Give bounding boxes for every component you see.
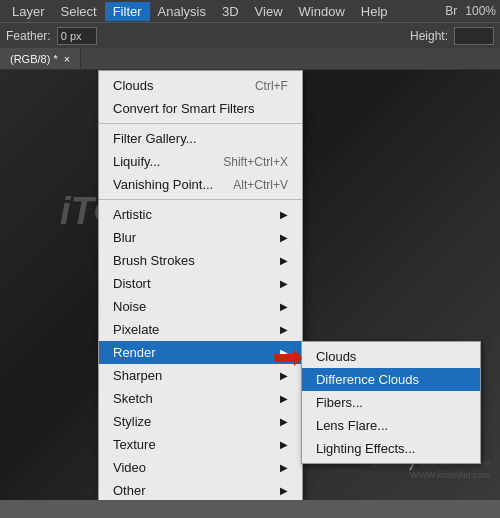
menu-item-blur[interactable]: Blur ▶ bbox=[99, 226, 302, 249]
menu-item-noise[interactable]: Noise ▶ bbox=[99, 295, 302, 318]
feather-label: Feather: bbox=[6, 29, 51, 43]
menu-item-convert-smart[interactable]: Convert for Smart Filters bbox=[99, 97, 302, 120]
menu-item-sketch[interactable]: Sketch ▶ bbox=[99, 387, 302, 410]
toolbar: Feather: Height: bbox=[0, 22, 500, 48]
dropdown-container: Clouds Ctrl+F Convert for Smart Filters … bbox=[98, 70, 303, 500]
feather-input[interactable] bbox=[57, 27, 97, 45]
br-badge: Br bbox=[445, 4, 457, 18]
tab-close-icon[interactable]: × bbox=[64, 53, 70, 65]
filter-dropdown: Clouds Ctrl+F Convert for Smart Filters … bbox=[98, 70, 303, 500]
menubar-item-filter[interactable]: Filter bbox=[105, 2, 150, 21]
menubar-item-analysis[interactable]: Analysis bbox=[150, 2, 214, 21]
menubar-item-select[interactable]: Select bbox=[53, 2, 105, 21]
menu-item-video[interactable]: Video ▶ bbox=[99, 456, 302, 479]
menu-item-distort[interactable]: Distort ▶ bbox=[99, 272, 302, 295]
menu-item-brush-strokes[interactable]: Brush Strokes ▶ bbox=[99, 249, 302, 272]
menu-item-stylize[interactable]: Stylize ▶ bbox=[99, 410, 302, 433]
tab-label: (RGB/8) * bbox=[10, 53, 58, 65]
menu-item-clouds[interactable]: Clouds Ctrl+F bbox=[99, 74, 302, 97]
menubar-item-view[interactable]: View bbox=[247, 2, 291, 21]
menu-item-pixelate[interactable]: Pixelate ▶ bbox=[99, 318, 302, 341]
canvas-area: iT¢.mc 图老师教程 www.tulaoshi.com WWW.missvu… bbox=[0, 70, 500, 500]
height-input[interactable] bbox=[454, 27, 494, 45]
submenu-item-fibers[interactable]: Fibers... bbox=[302, 391, 480, 414]
red-arrow-indicator bbox=[274, 350, 302, 369]
menu-item-render[interactable]: Render ▶ Clouds Difference Clouds Fi bbox=[99, 341, 302, 364]
render-submenu: Clouds Difference Clouds Fibers... Lens … bbox=[301, 341, 481, 464]
menubar-item-3d[interactable]: 3D bbox=[214, 2, 247, 21]
menu-item-filter-gallery[interactable]: Filter Gallery... bbox=[99, 127, 302, 150]
svg-marker-0 bbox=[274, 350, 302, 366]
menu-item-other[interactable]: Other ▶ bbox=[99, 479, 302, 500]
submenu-item-lens-flare[interactable]: Lens Flare... bbox=[302, 414, 480, 437]
menubar-item-help[interactable]: Help bbox=[353, 2, 396, 21]
menu-item-texture[interactable]: Texture ▶ bbox=[99, 433, 302, 456]
divider-2 bbox=[99, 199, 302, 200]
menu-item-liquify[interactable]: Liquify... Shift+Ctrl+X bbox=[99, 150, 302, 173]
menubar: Layer Select Filter Analysis 3D View Win… bbox=[0, 0, 500, 22]
menu-item-sharpen[interactable]: Sharpen ▶ bbox=[99, 364, 302, 387]
active-tab[interactable]: (RGB/8) * × bbox=[0, 48, 81, 69]
submenu-item-clouds[interactable]: Clouds bbox=[302, 345, 480, 368]
zoom-level: 100% bbox=[465, 4, 496, 18]
menu-item-artistic[interactable]: Artistic ▶ bbox=[99, 203, 302, 226]
divider-1 bbox=[99, 123, 302, 124]
menubar-item-layer[interactable]: Layer bbox=[4, 2, 53, 21]
menubar-item-window[interactable]: Window bbox=[291, 2, 353, 21]
submenu-item-lighting-effects[interactable]: Lighting Effects... bbox=[302, 437, 480, 460]
submenu-item-difference-clouds[interactable]: Difference Clouds bbox=[302, 368, 480, 391]
height-label: Height: bbox=[410, 29, 448, 43]
menu-item-vanishing-point[interactable]: Vanishing Point... Alt+Ctrl+V bbox=[99, 173, 302, 196]
tabbar: (RGB/8) * × bbox=[0, 48, 500, 70]
